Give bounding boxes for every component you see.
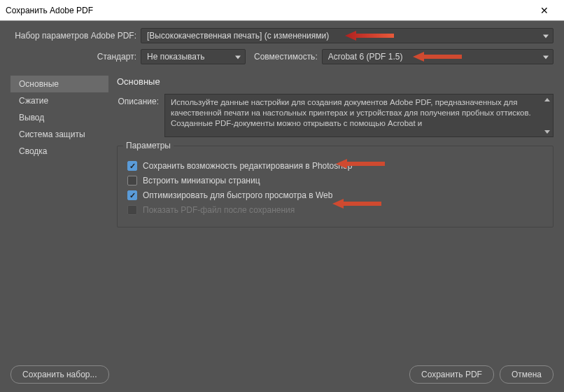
check-label: Оптимизировать для быстрого просмотра в … (143, 190, 332, 200)
window-title: Сохранить Adobe PDF (6, 6, 530, 15)
sidebar-item-output[interactable]: Вывод (10, 109, 108, 126)
checkbox-icon[interactable] (127, 161, 137, 171)
check-preserve-editing[interactable]: Сохранить возможность редактирования в P… (126, 161, 544, 171)
scroll-up-icon[interactable] (543, 96, 551, 103)
check-embed-thumbnails[interactable]: Встроить миниатюры страниц (126, 176, 544, 186)
compat-label: Совместимость: (254, 52, 318, 62)
checkbox-icon (127, 205, 137, 215)
sidebar-item-label: Основные (19, 79, 59, 89)
preset-dropdown[interactable]: [Высококачественная печать] (с изменения… (141, 28, 554, 43)
sidebar: Основные Сжатие Вывод Система защиты Сво… (10, 74, 108, 361)
content: Основные Описание: Используйте данные на… (117, 74, 554, 361)
sidebar-item-compression[interactable]: Сжатие (10, 92, 108, 109)
check-label: Показать PDF-файл после сохранения (143, 205, 295, 215)
standard-label: Стандарт: (10, 52, 136, 62)
titlebar: Сохранить Adobe PDF ✕ (0, 0, 564, 21)
footer: Сохранить набор... Сохранить PDF Отмена (0, 357, 564, 392)
scroll-down-icon[interactable] (543, 128, 551, 135)
top-controls: Набор параметров Adobe PDF: [Высококачес… (0, 21, 564, 74)
checkbox-icon[interactable] (127, 190, 137, 200)
compat-value: Acrobat 6 (PDF 1.5) (328, 52, 403, 62)
check-optimize-web[interactable]: Оптимизировать для быстрого просмотра в … (126, 190, 544, 200)
description-row: Описание: Используйте данные настройки д… (117, 94, 554, 137)
sidebar-item-security[interactable]: Система защиты (10, 126, 108, 143)
cancel-button[interactable]: Отмена (500, 365, 554, 384)
compat-dropdown[interactable]: Acrobat 6 (PDF 1.5) (322, 49, 554, 64)
sidebar-item-general[interactable]: Основные (10, 76, 108, 92)
check-view-after-save: Показать PDF-файл после сохранения (126, 205, 544, 215)
save-pdf-button[interactable]: Сохранить PDF (409, 365, 494, 384)
checkbox-icon[interactable] (127, 176, 137, 186)
parameters-group: Параметры Сохранить возможность редактир… (117, 146, 554, 227)
save-preset-button[interactable]: Сохранить набор... (10, 365, 109, 384)
standard-dropdown[interactable]: Не показывать (141, 49, 246, 64)
standard-value: Не показывать (147, 52, 204, 62)
description-label: Описание: (117, 94, 159, 137)
description-text: Используйте данные настройки для создани… (171, 98, 531, 127)
check-label: Встроить миниатюры страниц (143, 176, 260, 186)
section-title: Основные (117, 74, 554, 94)
sidebar-item-label: Сжатие (19, 96, 48, 106)
preset-value: [Высококачественная печать] (с изменения… (147, 31, 329, 41)
preset-label: Набор параметров Adobe PDF: (10, 31, 136, 41)
parameters-legend: Параметры (123, 141, 174, 150)
sidebar-item-summary[interactable]: Сводка (10, 143, 108, 160)
check-label: Сохранить возможность редактирования в P… (143, 161, 352, 171)
sidebar-item-label: Вывод (19, 113, 44, 122)
main: Основные Сжатие Вывод Система защиты Сво… (0, 74, 564, 361)
sidebar-item-label: Система защиты (19, 130, 85, 139)
description-textarea[interactable]: Используйте данные настройки для создани… (164, 94, 554, 137)
sidebar-item-label: Сводка (19, 146, 48, 156)
close-icon[interactable]: ✕ (530, 5, 558, 16)
